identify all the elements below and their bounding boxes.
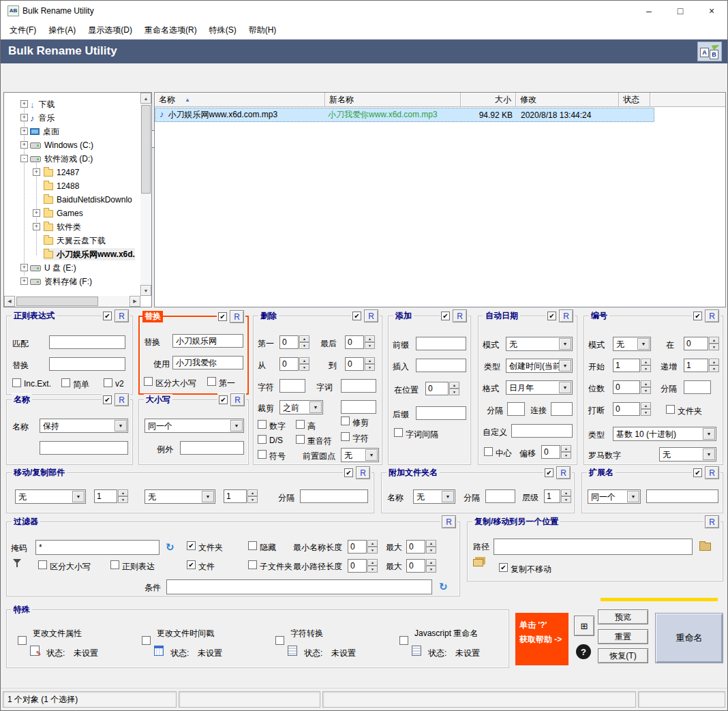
numbering-pad-stepper[interactable]: ▲▼: [613, 380, 651, 394]
spin-up-icon[interactable]: ▲: [641, 359, 651, 365]
change-attributes-checkbox[interactable]: [18, 636, 27, 645]
tree-expander[interactable]: +: [20, 114, 28, 121]
spin-down-icon[interactable]: ▼: [118, 496, 128, 503]
menu-display-options[interactable]: 显示选项(D): [82, 22, 138, 39]
append-folder-enable-checkbox[interactable]: [545, 468, 553, 477]
remove-enable-checkbox[interactable]: [352, 312, 361, 320]
spin-down-icon[interactable]: ▼: [641, 409, 651, 416]
remove-from-stepper[interactable]: ▲▼: [279, 357, 309, 371]
tree-expander[interactable]: -: [20, 155, 28, 162]
folder-tree[interactable]: ↓下载 + ♪音乐 + 桌面 + Windows (C:) + 软件游戏 (D:…: [3, 92, 152, 307]
add-enable-checkbox[interactable]: [441, 312, 450, 320]
tree-item[interactable]: 资料存储 (F:): [30, 275, 92, 288]
copy-move-reset-button[interactable]: R: [705, 515, 719, 528]
spin-down-icon[interactable]: ▼: [561, 496, 571, 503]
column-header-name[interactable]: 名称▲: [155, 93, 325, 107]
tree-item[interactable]: 桌面: [30, 125, 59, 138]
filters-regex-checkbox[interactable]: [110, 560, 119, 569]
menu-help[interactable]: 帮助(H): [243, 22, 283, 39]
auto-date-custom-input[interactable]: [511, 424, 573, 438]
auto-date-enable-checkbox[interactable]: [547, 312, 556, 320]
tree-expander[interactable]: +: [33, 223, 40, 230]
tree-item[interactable]: Games: [44, 207, 83, 220]
filters-folders-checkbox[interactable]: [187, 541, 196, 550]
numbering-sep-input[interactable]: [684, 380, 711, 394]
filter-funnel-icon[interactable]: [12, 558, 23, 569]
spin-up-icon[interactable]: ▲: [709, 337, 719, 344]
spin-down-icon[interactable]: ▼: [426, 566, 436, 573]
column-header-new-name[interactable]: 新名称: [325, 93, 461, 107]
numbering-mode-select[interactable]: 无: [613, 337, 651, 351]
detach-preview-button[interactable]: ⊞: [574, 616, 594, 636]
menu-special[interactable]: 特殊(S): [203, 22, 243, 39]
spin-up-icon[interactable]: ▲: [426, 540, 436, 547]
javascript-icon[interactable]: [412, 646, 421, 656]
remove-digits-checkbox[interactable]: [258, 420, 267, 429]
spin-down-icon[interactable]: ▼: [365, 364, 375, 371]
spin-down-icon[interactable]: ▼: [709, 344, 719, 350]
auto-date-sep-input[interactable]: [507, 402, 525, 416]
timestamp-icon[interactable]: [154, 646, 164, 656]
menu-file[interactable]: 文件(F): [3, 22, 42, 39]
character-translation-icon[interactable]: [288, 646, 297, 656]
add-prefix-input[interactable]: [416, 337, 466, 350]
filters-reset-button[interactable]: R: [442, 515, 456, 528]
remove-symbols-checkbox[interactable]: [258, 450, 267, 459]
spin-down-icon[interactable]: ▼: [709, 365, 719, 372]
maximize-button[interactable]: □: [665, 1, 696, 21]
remove-crop-input[interactable]: [341, 400, 376, 414]
spin-up-icon[interactable]: ▲: [449, 382, 459, 389]
scroll-down-icon[interactable]: ▼: [140, 285, 151, 296]
numbering-type-select[interactable]: 基数 10 (十进制): [613, 427, 716, 441]
spin-up-icon[interactable]: ▲: [561, 489, 571, 496]
tree-vscroll-thumb[interactable]: [141, 105, 151, 194]
spin-down-icon[interactable]: ▼: [426, 547, 436, 554]
case-mode-select[interactable]: 同一个: [145, 419, 244, 433]
auto-date-offset-stepper[interactable]: ▲▼: [541, 445, 571, 459]
tree-item[interactable]: Windows (C:): [30, 139, 93, 151]
file-row-selected[interactable]: ♪小刀娱乐网www.x6d.com.mp3 小刀我爱你www.x6d.com.m…: [155, 108, 654, 121]
revert-button[interactable]: 恢复(T): [598, 648, 648, 663]
numbering-start-stepper[interactable]: ▲▼: [613, 359, 651, 372]
spin-up-icon[interactable]: ▲: [709, 359, 719, 365]
rename-button[interactable]: 重命名: [655, 613, 723, 663]
regex-v2-checkbox[interactable]: [104, 378, 112, 387]
help-banner[interactable]: 单击 '?' 获取帮助 ->: [515, 613, 568, 665]
spin-down-icon[interactable]: ▼: [367, 566, 378, 573]
append-folder-reset-button[interactable]: R: [556, 466, 571, 479]
tree-item[interactable]: 软件游戏 (D:): [30, 153, 93, 165]
browse-folder-icon[interactable]: [699, 543, 711, 551]
javascript-rename-checkbox[interactable]: [399, 636, 408, 645]
scroll-up-icon[interactable]: ▲: [140, 93, 151, 104]
case-enable-checkbox[interactable]: [219, 395, 228, 404]
remove-accents-checkbox[interactable]: [296, 435, 305, 444]
tree-item[interactable]: 天翼云盘下载: [44, 235, 106, 247]
filters-match-case-checkbox[interactable]: [38, 560, 47, 569]
filters-max-name-stepper[interactable]: ▲▼: [406, 540, 436, 554]
auto-date-center-checkbox[interactable]: [484, 447, 493, 456]
name-text-input[interactable]: [40, 441, 128, 455]
spin-up-icon[interactable]: ▲: [299, 357, 309, 364]
extension-enable-checkbox[interactable]: [693, 468, 702, 477]
replace-find-input[interactable]: [172, 334, 243, 348]
move-copy-stepper-2[interactable]: ▲▼: [224, 489, 258, 503]
move-copy-enable-checkbox[interactable]: [344, 468, 353, 477]
close-button[interactable]: ×: [696, 1, 727, 21]
filters-max-path-stepper[interactable]: ▲▼: [406, 559, 436, 573]
minimize-button[interactable]: –: [633, 1, 665, 21]
spin-down-icon[interactable]: ▼: [561, 452, 571, 459]
spin-up-icon[interactable]: ▲: [299, 335, 309, 342]
name-enable-checkbox[interactable]: [103, 395, 112, 404]
character-translation-checkbox[interactable]: [275, 636, 284, 645]
auto-date-format-select[interactable]: 日月年: [506, 380, 573, 395]
spin-up-icon[interactable]: ▲: [118, 489, 128, 496]
add-at-pos-stepper[interactable]: ▲▼: [425, 382, 459, 395]
refresh-icon[interactable]: ↻: [439, 581, 448, 593]
replace-reset-button[interactable]: R: [230, 310, 244, 323]
extension-reset-button[interactable]: R: [705, 466, 719, 479]
replace-enable-checkbox[interactable]: [218, 312, 227, 321]
filters-hidden-checkbox[interactable]: [248, 541, 257, 550]
remove-trim-checkbox[interactable]: [341, 417, 350, 425]
spin-up-icon[interactable]: ▲: [641, 402, 651, 409]
tree-hscroll-thumb[interactable]: [16, 297, 98, 306]
